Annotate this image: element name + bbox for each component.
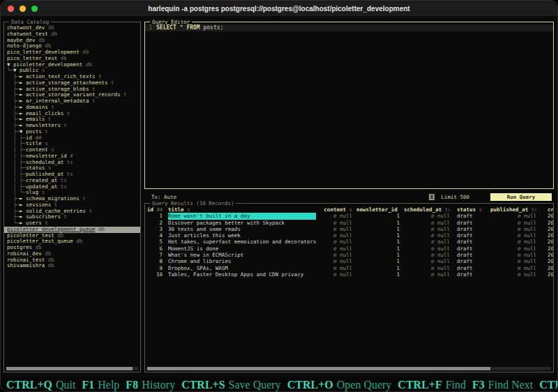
tree-item[interactable]: │ └─slug s <box>7 190 137 196</box>
footer-shortcut[interactable]: CTRL+SSave Query <box>181 379 281 391</box>
table-cell[interactable]: 1 <box>356 271 400 278</box>
table-cell[interactable]: 8 <box>147 258 163 264</box>
table-cell[interactable]: ∅ null <box>404 246 450 252</box>
table-cell[interactable]: draft <box>457 232 486 239</box>
titlebar[interactable]: harlequin -a postgres postgresql://postg… <box>1 1 557 16</box>
column-header[interactable]: cree <box>541 206 553 213</box>
table-row[interactable]: 5Hot takes, superfast memoization and de… <box>147 239 551 245</box>
table-cell[interactable]: What's new in ECMAScript <box>168 252 316 258</box>
table-row[interactable]: 7What's new in ECMAScript∅ null1∅ nulldr… <box>147 252 551 258</box>
table-cell[interactable]: 4 <box>147 232 163 239</box>
tree-item[interactable]: └─► users t <box>7 220 137 227</box>
tree-item[interactable]: postgres db <box>7 245 137 251</box>
table-cell[interactable]: draft <box>457 226 486 232</box>
table-cell[interactable]: ∅ null <box>320 226 352 232</box>
tree-item[interactable]: chatwoot_test db <box>7 31 137 38</box>
table-cell[interactable]: 2024 <box>541 265 553 271</box>
table-cell[interactable]: 30 texts and some reads <box>168 226 316 232</box>
column-header[interactable]: id ## <box>147 206 163 213</box>
query-editor-panel[interactable]: Query Editor 1 SELECT * FROM posts; <box>144 22 554 189</box>
footer-shortcut[interactable]: CTRL+QQuit <box>6 379 75 391</box>
table-cell[interactable]: 2025 <box>541 213 553 219</box>
tree-item[interactable]: robinai_dev db <box>7 251 137 257</box>
table-cell[interactable]: Dropbox, SPAs, WASM <box>168 265 316 271</box>
tree-item[interactable]: │ ├─content s <box>7 147 137 153</box>
table-cell[interactable]: 10 <box>147 271 163 278</box>
table-cell[interactable]: 2025 <box>541 220 553 226</box>
footer-shortcut[interactable]: F3Find Next <box>472 379 533 391</box>
tree-item[interactable]: │ ├─status s <box>7 165 137 172</box>
table-cell[interactable]: ∅ null <box>490 220 536 226</box>
table-cell[interactable]: 2 <box>147 220 163 226</box>
tree-item[interactable]: ├─► domains t <box>7 105 137 111</box>
footer-shortcut[interactable]: F8History <box>126 379 175 391</box>
table-cell[interactable]: 9 <box>147 265 163 271</box>
table-cell[interactable]: 1 <box>356 252 400 258</box>
table-cell[interactable]: 2024 <box>541 246 553 252</box>
zoom-window-icon[interactable] <box>31 6 38 12</box>
tree-item[interactable]: │ ├─scheduled_at ts <box>7 160 137 166</box>
table-cell[interactable]: Discover packages better with Skypack <box>168 220 316 226</box>
table-cell[interactable]: ∅ null <box>404 220 450 226</box>
tree-item[interactable]: picoletter_test db <box>7 233 137 239</box>
table-cell[interactable]: 1 <box>356 246 400 252</box>
tree-item[interactable]: │ ├─title s <box>7 141 137 147</box>
table-cell[interactable]: 2024 <box>541 252 553 258</box>
tree-item[interactable]: ├─► ar_internal_metadata t <box>7 98 137 105</box>
column-header[interactable]: status s <box>457 206 486 213</box>
table-cell[interactable]: 1 <box>356 232 400 239</box>
table-row[interactable]: 1Rome wasn't built in a day∅ null1∅ null… <box>147 213 551 219</box>
table-cell[interactable]: draft <box>457 220 486 226</box>
table-cell[interactable]: ∅ null <box>490 265 536 271</box>
footer-shortcut[interactable]: CTRL+GGo To Line <box>539 379 557 391</box>
table-row[interactable]: 6MomentJS is done∅ null1∅ nulldraft∅ nul… <box>147 246 551 252</box>
table-cell[interactable]: 2024 <box>541 239 553 245</box>
table-cell[interactable]: draft <box>457 246 486 252</box>
tree-item[interactable]: ▼ picoletter_development db <box>7 62 137 68</box>
table-cell[interactable]: 5 <box>147 239 163 245</box>
tree-item[interactable]: picoletter_test_queue db <box>7 239 137 245</box>
table-cell[interactable]: ∅ null <box>320 246 352 252</box>
table-row[interactable]: 330 texts and some reads∅ null1∅ nulldra… <box>147 226 551 232</box>
tree-item[interactable]: ├─► solid_cache_entries t <box>7 209 137 215</box>
table-cell[interactable]: ∅ null <box>490 258 536 264</box>
table-cell[interactable]: ∅ null <box>404 239 450 245</box>
footer-shortcut[interactable]: CTRL+OOpen Query <box>287 379 392 391</box>
table-cell[interactable]: ∅ null <box>404 258 450 264</box>
tree-item[interactable]: ├─► emails t <box>7 116 137 123</box>
table-cell[interactable]: ∅ null <box>404 265 450 271</box>
table-cell[interactable]: Just articles this week <box>168 232 316 239</box>
table-row[interactable]: 10Tables, Faster Desktop Apps and CDN pr… <box>147 271 551 278</box>
table-cell[interactable]: Chrome and libraries <box>168 258 316 264</box>
table-cell[interactable]: draft <box>457 265 486 271</box>
table-cell[interactable]: 2024 <box>541 271 553 278</box>
tree-item[interactable]: noto-django db <box>7 43 137 50</box>
table-cell[interactable]: ∅ null <box>320 220 352 226</box>
sql-line-content[interactable]: SELECT * FROM posts; <box>156 24 223 31</box>
close-window-icon[interactable] <box>8 6 14 12</box>
table-cell[interactable]: 2025 <box>541 226 553 232</box>
tree-item[interactable]: │ ├─newsletter_id # <box>7 153 137 160</box>
footer-shortcut[interactable]: CTRL+FFind <box>398 379 466 391</box>
table-cell[interactable]: ∅ null <box>404 252 450 258</box>
minimize-window-icon[interactable] <box>20 6 26 12</box>
tree-item[interactable]: pico_letter_test db <box>7 56 137 62</box>
tree-item[interactable]: ├─► email_clicks t <box>7 111 137 117</box>
tree-item[interactable]: ├─► newsletters t <box>7 123 137 129</box>
run-query-button[interactable]: Run Query <box>490 193 552 201</box>
column-header[interactable]: title s <box>168 206 316 213</box>
tree-item[interactable]: │ ├─id ## <box>7 135 137 142</box>
table-cell[interactable]: 2024 <box>541 232 553 239</box>
table-row[interactable]: 2Discover packages better with Skypack∅ … <box>147 220 551 226</box>
tree-item[interactable]: maybe_dev db <box>7 38 137 44</box>
table-cell[interactable]: 7 <box>147 252 163 258</box>
limit-checkbox[interactable]: X <box>429 194 435 200</box>
footer-shortcut[interactable]: F1Help <box>82 379 119 391</box>
limit-label[interactable]: Limit 500 <box>441 194 469 200</box>
table-cell[interactable]: draft <box>457 271 486 278</box>
table-cell[interactable]: 1 <box>356 258 400 264</box>
column-header[interactable]: scheduled_at ts <box>404 206 450 213</box>
tree-item[interactable]: ├─► sessions t <box>7 202 137 209</box>
column-header[interactable]: newsletter_id # <box>356 206 400 213</box>
table-row[interactable]: 8Chrome and libraries∅ null1∅ nulldraft∅… <box>147 258 551 264</box>
